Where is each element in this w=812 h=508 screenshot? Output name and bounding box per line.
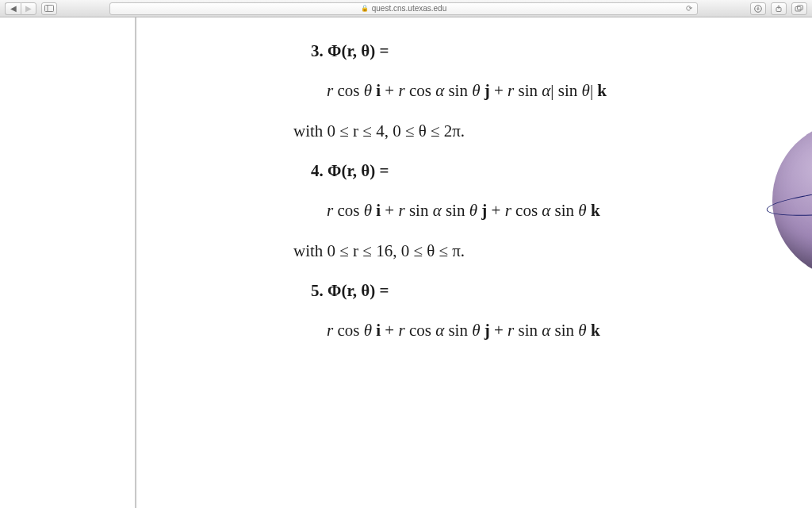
item-3-domain: with 0 ≤ r ≤ 4, 0 ≤ θ ≤ 2π. — [293, 120, 764, 142]
item-4-phi: Φ(r, θ) = — [327, 161, 389, 180]
url-text: quest.cns.utexas.edu — [372, 4, 447, 13]
nav-back-forward: ◀ ▶ — [5, 2, 36, 15]
item-5-expression: r cos θ i + r cos α sin θ j + r sin α si… — [293, 319, 764, 341]
item-4-domain: with 0 ≤ r ≤ 16, 0 ≤ θ ≤ π. — [293, 240, 764, 262]
item-3-number: 3. — [311, 41, 324, 60]
item-3-expression: r cos θ i + r cos α sin θ j + r sin α| s… — [293, 79, 764, 102]
svg-rect-4 — [795, 6, 801, 11]
item-4-expression: r cos θ i + r sin α sin θ j + r cos α si… — [293, 199, 764, 221]
tabs-button[interactable] — [791, 2, 807, 15]
page-viewport: 3. Φ(r, θ) = r cos θ i + r cos α sin θ j… — [0, 17, 812, 508]
page-gutter-left — [0, 17, 135, 508]
lock-icon: 🔒 — [361, 5, 369, 12]
item-3-head: 3. Φ(r, θ) = — [293, 40, 764, 62]
back-button[interactable]: ◀ — [5, 2, 21, 15]
item-5-number: 5. — [311, 281, 324, 300]
math-content: 3. Φ(r, θ) = r cos θ i + r cos α sin θ j… — [293, 40, 764, 360]
item-4-number: 4. — [311, 161, 324, 180]
address-bar[interactable]: 🔒 quest.cns.utexas.edu ⟳ — [109, 2, 698, 15]
sidebar-toggle-button[interactable] — [41, 2, 57, 15]
share-button[interactable] — [771, 2, 787, 15]
svg-rect-5 — [798, 5, 803, 10]
forward-button[interactable]: ▶ — [21, 2, 36, 15]
sheet-shadow — [135, 17, 137, 508]
item-5-head: 5. Φ(r, θ) = — [293, 279, 764, 302]
item-3-phi: Φ(r, θ) = — [327, 41, 389, 60]
browser-toolbar: ◀ ▶ 🔒 quest.cns.utexas.edu ⟳ — [0, 0, 812, 17]
toolbar-right-group — [750, 2, 807, 15]
reload-icon[interactable]: ⟳ — [686, 4, 692, 13]
downloads-button[interactable] — [750, 2, 766, 15]
item-4-head: 4. Φ(r, θ) = — [293, 160, 764, 182]
svg-rect-0 — [45, 6, 54, 12]
item-5-phi: Φ(r, θ) = — [327, 281, 389, 300]
